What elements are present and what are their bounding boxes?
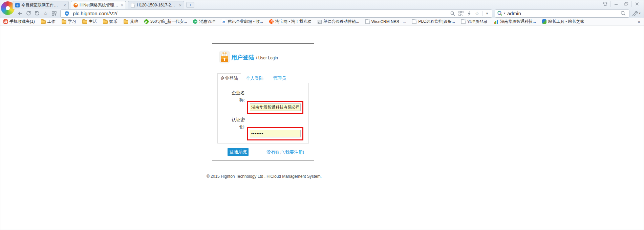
bookmark-icon: ▶: [144, 19, 149, 24]
page-content: 用户登陆/ User Login 企业登陆 个人登陆 管理员 企业名称: 认证密…: [0, 25, 644, 230]
company-name-input[interactable]: [250, 103, 301, 111]
tab-hinet-icon: [73, 3, 78, 7]
site-shield-icon[interactable]: [63, 11, 71, 16]
bookmark-item[interactable]: 娱乐: [100, 18, 121, 25]
bookmark-label: 360导航_新一代安...: [150, 19, 187, 24]
theme-shirt-icon[interactable]: [600, 1, 610, 7]
bookmark-icon: [124, 20, 128, 24]
login-form-panel: 企业名称: 认证密钥:: [217, 83, 309, 143]
search-box[interactable]: ▼: [495, 9, 629, 18]
new-tab-button[interactable]: +: [186, 2, 194, 8]
tab-enterprise-login[interactable]: 企业登陆: [217, 73, 241, 83]
bookmark-item[interactable]: 学习: [59, 18, 79, 25]
qr-code-icon[interactable]: [457, 11, 465, 16]
bookmark-item[interactable]: 生活: [79, 18, 100, 25]
bookmark-icon: [41, 20, 46, 24]
close-button[interactable]: [631, 1, 642, 7]
bookmark-item[interactable]: 淘 淘宝网 - 淘！我喜欢: [266, 18, 315, 25]
tab-label: H120-1509-1617-2932-77: [137, 3, 177, 7]
bookmark-label: WiseCRM NBS - ...: [371, 19, 406, 24]
window-controls: [600, 1, 642, 7]
bookmark-star-icon[interactable]: ☆: [473, 11, 481, 16]
tab-h120[interactable]: H120-1509-1617-2932-77 ×: [128, 1, 184, 9]
bookmark-icon: [103, 20, 108, 24]
bookmark-icon: [412, 19, 416, 24]
bookmark-item[interactable]: 湖南华辰智通科技...: [491, 18, 539, 25]
bookmark-item[interactable]: 管理员登录: [458, 18, 491, 25]
login-title: 用户登陆/ User Login: [231, 54, 278, 61]
bookmark-label: 学习: [68, 19, 76, 24]
bookmark-icon: [494, 19, 498, 24]
bookmark-item[interactable]: WiseCRM NBS - ...: [362, 18, 409, 25]
bookmark-label: 站长工具 - 站长之家: [548, 19, 584, 24]
bookmark-item[interactable]: 其他: [121, 18, 141, 25]
address-bar-divider: [482, 11, 482, 16]
apps-grid-icon[interactable]: [50, 9, 58, 18]
auth-key-input[interactable]: [250, 130, 301, 137]
bookmark-item[interactable]: 单仁合强移动营销...: [315, 18, 362, 25]
tab-label: 今目标互联网工作平台: [21, 2, 62, 8]
bookmark-label: 手机收藏夹(1): [9, 19, 35, 24]
search-go-icon[interactable]: [619, 11, 627, 16]
url-input[interactable]: [73, 11, 449, 16]
bookmark-label: 腾讯企业邮箱 - 收...: [228, 19, 263, 24]
bookmarks-overflow-chevron-icon[interactable]: »: [638, 19, 640, 24]
minimize-button[interactable]: [610, 1, 621, 7]
bookmark-label: 淘宝网 - 淘！我喜欢: [275, 19, 312, 24]
browser-chrome: 今 今目标互联网工作平台 × HiNet网络系统管理平台 × H120-1509…: [0, 0, 644, 18]
login-title-cn: 用户登陆: [231, 54, 254, 61]
refresh-icon[interactable]: [24, 9, 33, 18]
undo-history-icon[interactable]: [33, 9, 41, 18]
bookmark-icon: M: [221, 19, 226, 24]
login-box: 用户登陆/ User Login 企业登陆 个人登陆 管理员 企业名称: 认证密…: [212, 43, 314, 160]
bookmark-icon: [62, 20, 66, 24]
tab-personal-login[interactable]: 个人登陆: [241, 73, 268, 83]
bookmark-label: 消息管理: [199, 19, 215, 24]
bookmark-icon: ✉: [193, 19, 197, 24]
login-button[interactable]: 登陆系统: [228, 148, 249, 156]
tab-strip: 今 今目标互联网工作平台 × HiNet网络系统管理平台 × H120-1509…: [13, 1, 194, 9]
tab-admin-login[interactable]: 管理员: [268, 73, 291, 83]
bookmark-item[interactable]: ☎ 手机收藏夹(1): [0, 18, 38, 25]
bookmarks-bar: ☎ 手机收藏夹(1) 工作 学习 生活 娱乐: [0, 18, 644, 25]
search-engine-icon[interactable]: ▼: [497, 11, 506, 16]
bookmark-item[interactable]: M 腾讯企业邮箱 - 收...: [218, 18, 266, 25]
back-icon[interactable]: [16, 9, 24, 18]
tools-dropdown-icon[interactable]: ▼: [639, 12, 641, 15]
bookmark-label: 生活: [89, 19, 97, 24]
bookmark-item[interactable]: 工作: [38, 18, 59, 25]
bookmark-label: 湖南华辰智通科技...: [500, 19, 536, 24]
bookmark-icon: [82, 20, 87, 24]
tab-jinmubiao[interactable]: 今 今目标互联网工作平台 ×: [13, 1, 69, 9]
address-bar[interactable]: ☆ ▼: [60, 9, 492, 18]
login-title-en: / User Login: [256, 56, 278, 60]
favorites-star-icon[interactable]: ☆: [41, 9, 50, 18]
tools-wrench-icon[interactable]: ▼: [629, 9, 644, 18]
browser-window: 今 今目标互联网工作平台 × HiNet网络系统管理平台 × H120-1509…: [0, 0, 644, 230]
restore-button[interactable]: [621, 1, 631, 7]
search-input[interactable]: [507, 11, 619, 16]
tab-close-icon[interactable]: ×: [121, 3, 123, 7]
tab-jinmubiao-icon: 今: [15, 3, 20, 7]
tab-hinet-active[interactable]: HiNet网络系统管理平台 ×: [71, 1, 126, 9]
address-dropdown-icon[interactable]: ▼: [484, 12, 491, 15]
bookmark-icon: ☎: [3, 19, 8, 24]
bookmark-label: 管理员登录: [467, 19, 488, 24]
bookmark-item[interactable]: 站长工具 - 站长之家: [539, 18, 587, 25]
bookmark-item[interactable]: ▶ 360导航_新一代安...: [141, 18, 190, 25]
bookmark-label: 工作: [47, 19, 56, 24]
bookmark-icon: [365, 19, 370, 24]
company-name-label: 企业名称:: [229, 89, 245, 103]
bookmark-item[interactable]: ✉ 消息管理: [190, 18, 218, 25]
bookmark-item[interactable]: PLC远程监控|设备...: [409, 18, 458, 25]
flashget-lightning-icon[interactable]: [465, 11, 473, 16]
auth-key-label: 认证密钥:: [229, 116, 245, 130]
bookmark-icon: [542, 19, 546, 24]
search-engine-dropdown-icon[interactable]: ▼: [503, 12, 506, 15]
tab-close-icon[interactable]: ×: [179, 3, 181, 7]
register-link[interactable]: 没有账户,我要注册!: [266, 149, 304, 155]
tab-label: HiNet网络系统管理平台: [80, 2, 119, 8]
login-tab-strip: 企业登陆 个人登陆 管理员: [217, 73, 291, 83]
tab-close-icon[interactable]: ×: [63, 3, 66, 7]
zoom-magnifier-icon[interactable]: [449, 11, 457, 16]
